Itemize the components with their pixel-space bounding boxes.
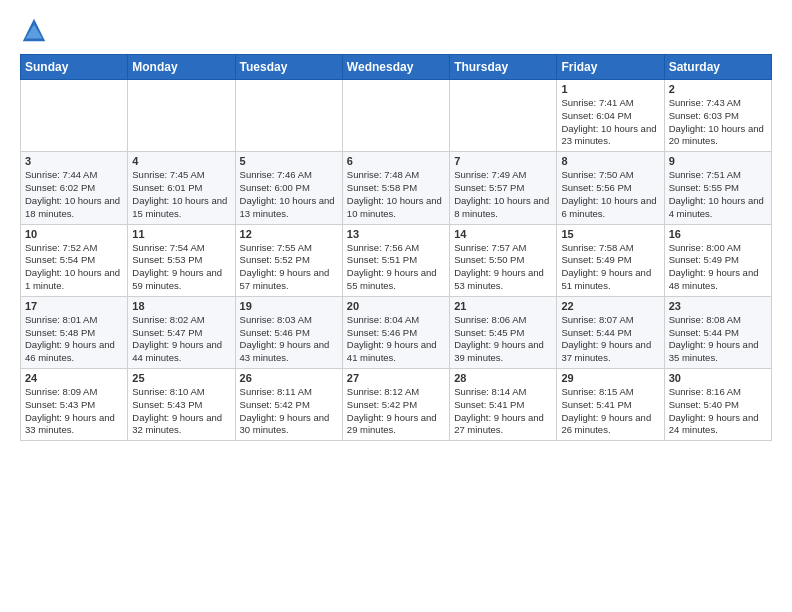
calendar-cell: 8Sunrise: 7:50 AM Sunset: 5:56 PM Daylig… [557, 152, 664, 224]
day-info: Sunrise: 7:49 AM Sunset: 5:57 PM Dayligh… [454, 169, 552, 220]
calendar-week-row: 3Sunrise: 7:44 AM Sunset: 6:02 PM Daylig… [21, 152, 772, 224]
calendar-cell: 1Sunrise: 7:41 AM Sunset: 6:04 PM Daylig… [557, 80, 664, 152]
day-number: 23 [669, 300, 767, 312]
calendar-cell [342, 80, 449, 152]
calendar-cell: 23Sunrise: 8:08 AM Sunset: 5:44 PM Dayli… [664, 296, 771, 368]
calendar-cell [21, 80, 128, 152]
day-info: Sunrise: 7:48 AM Sunset: 5:58 PM Dayligh… [347, 169, 445, 220]
day-info: Sunrise: 8:11 AM Sunset: 5:42 PM Dayligh… [240, 386, 338, 437]
calendar-cell: 19Sunrise: 8:03 AM Sunset: 5:46 PM Dayli… [235, 296, 342, 368]
day-number: 17 [25, 300, 123, 312]
day-number: 15 [561, 228, 659, 240]
day-number: 13 [347, 228, 445, 240]
day-info: Sunrise: 7:58 AM Sunset: 5:49 PM Dayligh… [561, 242, 659, 293]
calendar-cell: 2Sunrise: 7:43 AM Sunset: 6:03 PM Daylig… [664, 80, 771, 152]
day-number: 14 [454, 228, 552, 240]
calendar-cell [235, 80, 342, 152]
day-info: Sunrise: 7:52 AM Sunset: 5:54 PM Dayligh… [25, 242, 123, 293]
calendar-cell: 5Sunrise: 7:46 AM Sunset: 6:00 PM Daylig… [235, 152, 342, 224]
logo [20, 16, 50, 44]
day-number: 6 [347, 155, 445, 167]
day-number: 7 [454, 155, 552, 167]
day-info: Sunrise: 7:55 AM Sunset: 5:52 PM Dayligh… [240, 242, 338, 293]
day-info: Sunrise: 8:02 AM Sunset: 5:47 PM Dayligh… [132, 314, 230, 365]
day-number: 22 [561, 300, 659, 312]
calendar-cell: 11Sunrise: 7:54 AM Sunset: 5:53 PM Dayli… [128, 224, 235, 296]
calendar-cell: 17Sunrise: 8:01 AM Sunset: 5:48 PM Dayli… [21, 296, 128, 368]
day-number: 25 [132, 372, 230, 384]
calendar-cell: 6Sunrise: 7:48 AM Sunset: 5:58 PM Daylig… [342, 152, 449, 224]
day-number: 2 [669, 83, 767, 95]
day-number: 21 [454, 300, 552, 312]
day-number: 19 [240, 300, 338, 312]
day-info: Sunrise: 7:45 AM Sunset: 6:01 PM Dayligh… [132, 169, 230, 220]
day-info: Sunrise: 8:04 AM Sunset: 5:46 PM Dayligh… [347, 314, 445, 365]
day-number: 30 [669, 372, 767, 384]
calendar-cell: 21Sunrise: 8:06 AM Sunset: 5:45 PM Dayli… [450, 296, 557, 368]
day-number: 24 [25, 372, 123, 384]
day-number: 12 [240, 228, 338, 240]
day-info: Sunrise: 7:57 AM Sunset: 5:50 PM Dayligh… [454, 242, 552, 293]
day-number: 26 [240, 372, 338, 384]
day-info: Sunrise: 7:46 AM Sunset: 6:00 PM Dayligh… [240, 169, 338, 220]
day-info: Sunrise: 8:00 AM Sunset: 5:49 PM Dayligh… [669, 242, 767, 293]
day-info: Sunrise: 8:09 AM Sunset: 5:43 PM Dayligh… [25, 386, 123, 437]
day-number: 16 [669, 228, 767, 240]
calendar-cell: 26Sunrise: 8:11 AM Sunset: 5:42 PM Dayli… [235, 369, 342, 441]
calendar-week-row: 17Sunrise: 8:01 AM Sunset: 5:48 PM Dayli… [21, 296, 772, 368]
calendar-cell: 13Sunrise: 7:56 AM Sunset: 5:51 PM Dayli… [342, 224, 449, 296]
day-number: 9 [669, 155, 767, 167]
day-info: Sunrise: 8:01 AM Sunset: 5:48 PM Dayligh… [25, 314, 123, 365]
page: SundayMondayTuesdayWednesdayThursdayFrid… [0, 0, 792, 457]
logo-icon [20, 16, 48, 44]
day-info: Sunrise: 8:06 AM Sunset: 5:45 PM Dayligh… [454, 314, 552, 365]
day-number: 11 [132, 228, 230, 240]
day-info: Sunrise: 8:12 AM Sunset: 5:42 PM Dayligh… [347, 386, 445, 437]
calendar-cell: 30Sunrise: 8:16 AM Sunset: 5:40 PM Dayli… [664, 369, 771, 441]
calendar-week-row: 10Sunrise: 7:52 AM Sunset: 5:54 PM Dayli… [21, 224, 772, 296]
day-number: 8 [561, 155, 659, 167]
day-info: Sunrise: 8:10 AM Sunset: 5:43 PM Dayligh… [132, 386, 230, 437]
calendar-cell: 4Sunrise: 7:45 AM Sunset: 6:01 PM Daylig… [128, 152, 235, 224]
calendar-cell: 12Sunrise: 7:55 AM Sunset: 5:52 PM Dayli… [235, 224, 342, 296]
day-info: Sunrise: 7:56 AM Sunset: 5:51 PM Dayligh… [347, 242, 445, 293]
day-info: Sunrise: 7:54 AM Sunset: 5:53 PM Dayligh… [132, 242, 230, 293]
day-info: Sunrise: 8:08 AM Sunset: 5:44 PM Dayligh… [669, 314, 767, 365]
calendar-cell: 16Sunrise: 8:00 AM Sunset: 5:49 PM Dayli… [664, 224, 771, 296]
header [20, 16, 772, 44]
day-info: Sunrise: 7:41 AM Sunset: 6:04 PM Dayligh… [561, 97, 659, 148]
day-number: 5 [240, 155, 338, 167]
calendar-week-row: 1Sunrise: 7:41 AM Sunset: 6:04 PM Daylig… [21, 80, 772, 152]
calendar-header-wednesday: Wednesday [342, 55, 449, 80]
day-info: Sunrise: 7:50 AM Sunset: 5:56 PM Dayligh… [561, 169, 659, 220]
calendar-cell: 27Sunrise: 8:12 AM Sunset: 5:42 PM Dayli… [342, 369, 449, 441]
calendar-header-thursday: Thursday [450, 55, 557, 80]
calendar-header-friday: Friday [557, 55, 664, 80]
day-info: Sunrise: 7:44 AM Sunset: 6:02 PM Dayligh… [25, 169, 123, 220]
calendar-cell: 20Sunrise: 8:04 AM Sunset: 5:46 PM Dayli… [342, 296, 449, 368]
day-info: Sunrise: 8:07 AM Sunset: 5:44 PM Dayligh… [561, 314, 659, 365]
calendar-cell [450, 80, 557, 152]
day-info: Sunrise: 8:15 AM Sunset: 5:41 PM Dayligh… [561, 386, 659, 437]
calendar-cell: 25Sunrise: 8:10 AM Sunset: 5:43 PM Dayli… [128, 369, 235, 441]
calendar-cell: 3Sunrise: 7:44 AM Sunset: 6:02 PM Daylig… [21, 152, 128, 224]
day-number: 3 [25, 155, 123, 167]
day-number: 27 [347, 372, 445, 384]
calendar-cell: 9Sunrise: 7:51 AM Sunset: 5:55 PM Daylig… [664, 152, 771, 224]
day-number: 4 [132, 155, 230, 167]
day-number: 18 [132, 300, 230, 312]
calendar-cell: 24Sunrise: 8:09 AM Sunset: 5:43 PM Dayli… [21, 369, 128, 441]
calendar-cell: 7Sunrise: 7:49 AM Sunset: 5:57 PM Daylig… [450, 152, 557, 224]
calendar-cell [128, 80, 235, 152]
day-number: 29 [561, 372, 659, 384]
calendar-header-tuesday: Tuesday [235, 55, 342, 80]
calendar-header-row: SundayMondayTuesdayWednesdayThursdayFrid… [21, 55, 772, 80]
day-number: 1 [561, 83, 659, 95]
calendar-cell: 15Sunrise: 7:58 AM Sunset: 5:49 PM Dayli… [557, 224, 664, 296]
day-info: Sunrise: 7:51 AM Sunset: 5:55 PM Dayligh… [669, 169, 767, 220]
calendar-week-row: 24Sunrise: 8:09 AM Sunset: 5:43 PM Dayli… [21, 369, 772, 441]
calendar-cell: 18Sunrise: 8:02 AM Sunset: 5:47 PM Dayli… [128, 296, 235, 368]
calendar-cell: 10Sunrise: 7:52 AM Sunset: 5:54 PM Dayli… [21, 224, 128, 296]
calendar-header-monday: Monday [128, 55, 235, 80]
calendar-header-saturday: Saturday [664, 55, 771, 80]
